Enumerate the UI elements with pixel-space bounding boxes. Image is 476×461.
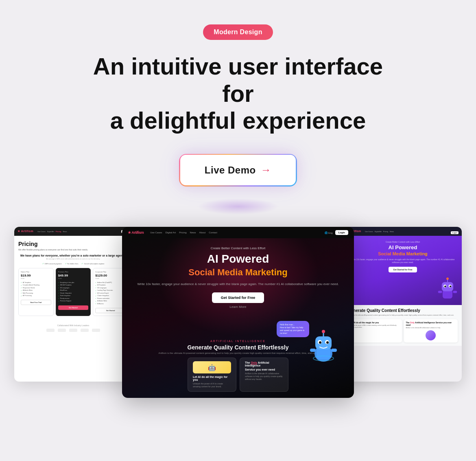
svg-rect-20: [438, 291, 442, 293]
right-robot: [437, 277, 458, 303]
hero-title-line1: An intuitive user interface for: [93, 53, 383, 107]
right-gen-title: Generate Quality Content Effortlessly: [348, 308, 458, 313]
svg-rect-2: [315, 336, 332, 349]
trust-cancel: Cancel subscription anytime: [81, 262, 104, 265]
svg-rect-9: [310, 349, 316, 352]
ai-powered-title: AI Powered: [207, 252, 269, 266]
svg-rect-13: [442, 282, 453, 292]
screenshot-dark-hero: ★ Artifism Use Cases Digital Art Pricing…: [122, 227, 354, 398]
arrow-icon: →: [261, 164, 272, 176]
get-started-btn[interactable]: Get Started for Free: [212, 292, 264, 303]
right-gen-section: Generate Quality Content Effortlessly Ar…: [344, 305, 462, 346]
right-robot-icon: [437, 277, 458, 301]
screenshot-pricing: ★ Artifism Use Cases Digital Art Pricing…: [14, 227, 132, 382]
live-demo-btn-wrapper: Live Demo →: [179, 154, 297, 206]
collab-logo-3: [69, 329, 77, 332]
center-login-btn[interactable]: Login: [335, 230, 348, 235]
generate-title: Generate Quality Content Effortlessly: [188, 344, 289, 351]
generate-label: ARTIFICIAL INTELLIGENCE: [210, 340, 266, 342]
starter-plan-btn[interactable]: Start Free Trial: [21, 300, 51, 305]
right-gen-text: Artifism is the ultimate AI-powered cont…: [348, 314, 458, 316]
center-nav-items: Use Cases Digital Art Pricing News About…: [150, 231, 217, 234]
collaborated-logos: [18, 329, 128, 332]
svg-rect-21: [453, 291, 457, 293]
right-cards: Let AI do all the magic for you Unleash …: [348, 319, 458, 342]
svg-point-6: [326, 341, 329, 344]
svg-point-5: [319, 341, 321, 344]
hero-title: An intuitive user interface for a deligh…: [85, 53, 391, 134]
center-nav-logo: ★ Artifism: [128, 230, 144, 235]
screenshot-purple: ★ Artifism Use Cases Digital Art Pricing…: [344, 227, 462, 382]
gen-card-1: 🤖 Let AI do all the magic for you Unleas…: [188, 358, 236, 392]
collab-logo-5: [92, 329, 100, 332]
right-purple-hero: Create Better Content with Less Effort A…: [344, 236, 462, 305]
learn-more-link[interactable]: Learn More: [230, 305, 247, 309]
starter-plan: Starter Plan $19.99 /month AI Templates …: [18, 268, 54, 316]
collab-logo-2: [58, 329, 66, 332]
svg-point-19: [446, 277, 449, 280]
collab-logo-1: [46, 329, 55, 332]
left-nav: ★ Artifism Use Cases Digital Art Pricing…: [14, 227, 132, 236]
right-nav: ★ Artifism Use Cases Digital Art Pricing…: [344, 227, 462, 236]
plans-subtext: An average of 40% more with advertisemen…: [18, 258, 128, 260]
plans-header: We have plans for everyone, whether you'…: [18, 254, 128, 257]
glow-effect: [197, 198, 279, 215]
pricing-content: Pricing We offer flexible pricing plans …: [14, 236, 132, 321]
svg-point-17: [450, 285, 451, 287]
live-demo-button[interactable]: Live Demo →: [179, 154, 297, 186]
premium-plan-btn[interactable]: Get Started: [58, 305, 89, 310]
trust-badges: 100% secured payment No hidden fees Canc…: [18, 262, 128, 265]
collab-logo-4: [81, 329, 89, 332]
badge-label: Modern Design: [214, 29, 262, 35]
corporate-plan-btn[interactable]: Get Started: [95, 308, 126, 313]
plans-grid: Starter Plan $19.99 /month AI Templates …: [18, 268, 128, 316]
collaborated-section: Collaborated With Industry Leaders: [14, 321, 132, 335]
center-body-text: Write 10x faster, engage your audience &…: [137, 282, 338, 287]
right-body-text: Write 10x faster, engage your audience &…: [349, 258, 456, 264]
premium-plan: Premium Plan $49.99 /month Everything in…: [56, 268, 91, 316]
screenshots-container: ★ Artifism Use Cases Digital Art Pricing…: [14, 227, 462, 402]
left-nav-logo: ★ Artifism: [17, 230, 33, 233]
right-card-1: Let AI do all the magic for you Unleash …: [348, 319, 402, 342]
right-robot-mini: [426, 330, 436, 340]
pricing-title: Pricing: [18, 241, 128, 247]
center-nav-right: 🌐 Eng Login: [325, 230, 348, 235]
svg-point-16: [444, 285, 446, 287]
center-hero-body: Create Better Content with Less Effort A…: [122, 238, 354, 398]
create-label: Create Better Content with Less Effort: [211, 246, 266, 250]
right-card-2: The Only Artificial Intelligence Service…: [404, 319, 458, 342]
center-nav: ★ Artifism Use Cases Digital Art Pricing…: [122, 227, 354, 238]
generate-cards: 🤖 Let AI do all the magic for you Unleas…: [188, 358, 288, 392]
social-media-subtitle: Social Media Marketing: [188, 267, 287, 278]
right-create-label: Create Better Content with Less Effort: [386, 241, 420, 243]
chat-bubble: Hello fine man...How to fast! Take my he…: [277, 321, 309, 337]
modern-design-badge: Modern Design: [203, 24, 273, 40]
robot-section: Hello fine man...How to fast! Take my he…: [309, 329, 338, 365]
trust-fees: No hidden fees: [65, 262, 79, 265]
collaborated-title: Collaborated With Industry Leaders: [18, 324, 128, 327]
right-social-title: Social Media Marketing: [378, 251, 428, 256]
right-ai-title: AI Powered: [389, 244, 417, 250]
pricing-subtitle: We offer flexible pricing plans so every…: [18, 248, 128, 251]
hero-section: Modern Design An intuitive user interfac…: [0, 0, 476, 418]
trust-secure: 100% secured payment: [42, 262, 62, 265]
svg-point-8: [322, 330, 325, 333]
robot-icon: [309, 329, 338, 364]
gen-card-2: The Only Artificial Intelligence Service…: [240, 358, 288, 392]
left-nav-items: Use Cases Digital Art Pricing News: [37, 230, 67, 233]
hero-title-line2: a delightful experience: [110, 107, 366, 134]
right-cta-btn[interactable]: Get Started for Free: [389, 267, 417, 272]
live-demo-label: Live Demo: [205, 165, 256, 176]
generate-subtitle: Artifism is the ultimate AI-powered cont…: [158, 352, 317, 354]
svg-rect-10: [331, 349, 337, 352]
